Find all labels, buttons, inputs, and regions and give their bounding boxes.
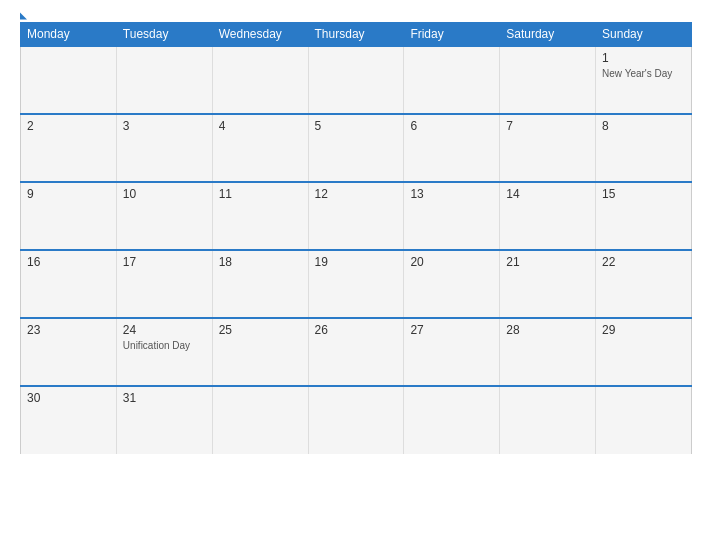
calendar-cell: 26 [308, 318, 404, 386]
day-number: 1 [602, 51, 685, 65]
calendar-cell: 3 [116, 114, 212, 182]
weekday-header-tuesday: Tuesday [116, 23, 212, 47]
calendar-cell: 10 [116, 182, 212, 250]
calendar-week-row: 2345678 [21, 114, 692, 182]
day-number: 9 [27, 187, 110, 201]
calendar-cell: 31 [116, 386, 212, 454]
day-number: 2 [27, 119, 110, 133]
calendar-cell: 23 [21, 318, 117, 386]
calendar-cell: 9 [21, 182, 117, 250]
weekday-header-thursday: Thursday [308, 23, 404, 47]
day-number: 24 [123, 323, 206, 337]
day-number: 14 [506, 187, 589, 201]
day-number: 5 [315, 119, 398, 133]
day-number: 10 [123, 187, 206, 201]
logo-triangle-icon [20, 13, 27, 20]
calendar-cell [308, 386, 404, 454]
calendar-cell: 1New Year's Day [596, 46, 692, 114]
calendar-cell: 5 [308, 114, 404, 182]
weekday-header-wednesday: Wednesday [212, 23, 308, 47]
calendar-cell: 30 [21, 386, 117, 454]
calendar-week-row: 2324Unification Day2526272829 [21, 318, 692, 386]
day-number: 25 [219, 323, 302, 337]
calendar-cell: 15 [596, 182, 692, 250]
calendar-cell: 25 [212, 318, 308, 386]
day-number: 11 [219, 187, 302, 201]
day-number: 22 [602, 255, 685, 269]
calendar-cell: 7 [500, 114, 596, 182]
calendar-cell [500, 386, 596, 454]
calendar-cell [212, 46, 308, 114]
calendar-cell: 18 [212, 250, 308, 318]
calendar-cell: 19 [308, 250, 404, 318]
day-number: 29 [602, 323, 685, 337]
calendar-cell: 12 [308, 182, 404, 250]
calendar-cell [116, 46, 212, 114]
calendar-cell: 22 [596, 250, 692, 318]
day-number: 15 [602, 187, 685, 201]
calendar-cell: 2 [21, 114, 117, 182]
day-number: 26 [315, 323, 398, 337]
calendar-cell: 16 [21, 250, 117, 318]
calendar-cell: 20 [404, 250, 500, 318]
weekday-header-sunday: Sunday [596, 23, 692, 47]
calendar-cell [308, 46, 404, 114]
weekday-header-row: MondayTuesdayWednesdayThursdayFridaySatu… [21, 23, 692, 47]
calendar-cell [21, 46, 117, 114]
logo [20, 13, 29, 20]
day-number: 8 [602, 119, 685, 133]
calendar-cell: 13 [404, 182, 500, 250]
day-number: 4 [219, 119, 302, 133]
day-number: 12 [315, 187, 398, 201]
calendar-week-row: 9101112131415 [21, 182, 692, 250]
day-number: 20 [410, 255, 493, 269]
calendar-cell: 24Unification Day [116, 318, 212, 386]
calendar-cell: 21 [500, 250, 596, 318]
weekday-header-saturday: Saturday [500, 23, 596, 47]
day-number: 18 [219, 255, 302, 269]
day-number: 6 [410, 119, 493, 133]
logo-blue-text [20, 13, 29, 20]
calendar-cell: 27 [404, 318, 500, 386]
calendar-cell [404, 46, 500, 114]
holiday-label: Unification Day [123, 339, 206, 352]
calendar-cell: 4 [212, 114, 308, 182]
day-number: 17 [123, 255, 206, 269]
day-number: 30 [27, 391, 110, 405]
calendar-cell: 28 [500, 318, 596, 386]
calendar-cell [596, 386, 692, 454]
calendar-cell: 6 [404, 114, 500, 182]
calendar-cell [212, 386, 308, 454]
calendar-week-row: 1New Year's Day [21, 46, 692, 114]
day-number: 7 [506, 119, 589, 133]
day-number: 13 [410, 187, 493, 201]
day-number: 27 [410, 323, 493, 337]
weekday-header-monday: Monday [21, 23, 117, 47]
day-number: 21 [506, 255, 589, 269]
calendar-week-row: 3031 [21, 386, 692, 454]
calendar-cell [500, 46, 596, 114]
calendar-cell: 17 [116, 250, 212, 318]
calendar-week-row: 16171819202122 [21, 250, 692, 318]
calendar-cell: 8 [596, 114, 692, 182]
day-number: 28 [506, 323, 589, 337]
calendar-cell: 29 [596, 318, 692, 386]
day-number: 19 [315, 255, 398, 269]
day-number: 16 [27, 255, 110, 269]
calendar-cell [404, 386, 500, 454]
calendar-table: MondayTuesdayWednesdayThursdayFridaySatu… [20, 22, 692, 454]
holiday-label: New Year's Day [602, 67, 685, 80]
calendar-cell: 11 [212, 182, 308, 250]
day-number: 3 [123, 119, 206, 133]
day-number: 31 [123, 391, 206, 405]
calendar-cell: 14 [500, 182, 596, 250]
weekday-header-friday: Friday [404, 23, 500, 47]
day-number: 23 [27, 323, 110, 337]
